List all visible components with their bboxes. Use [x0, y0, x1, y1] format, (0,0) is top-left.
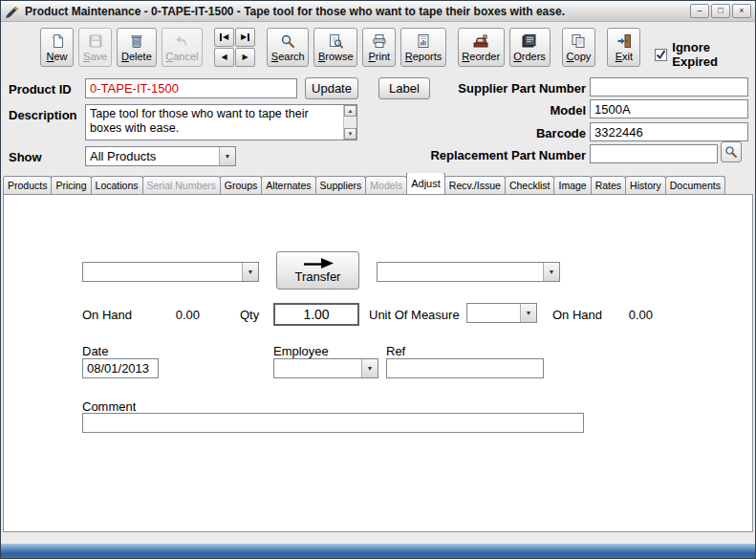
browse-icon — [328, 33, 343, 50]
tab-rates[interactable]: Rates — [591, 176, 626, 194]
date-field[interactable]: 08/01/2013 — [82, 358, 159, 378]
new-button[interactable]: New — [40, 28, 74, 67]
employee-select[interactable]: ▼ — [273, 358, 378, 378]
printer-icon — [372, 33, 387, 50]
orders-button-label: Orders — [513, 51, 546, 62]
tab-recv-issue[interactable]: Recv./Issue — [444, 176, 506, 194]
employee-value — [274, 359, 361, 377]
scroll-up-icon[interactable]: ▲ — [344, 105, 356, 117]
transfer-to-value — [378, 263, 543, 281]
reorder-button[interactable]: Reorder — [458, 28, 505, 67]
unit-of-measure-select[interactable]: ▼ — [466, 303, 537, 323]
next-record-icon: ▶ — [243, 54, 248, 61]
unit-of-measure-value — [467, 304, 520, 322]
save-button[interactable]: Save — [78, 28, 112, 67]
product-maintenance-window: Product Maintenance - 0-TAPE-IT-1500 - T… — [0, 0, 756, 559]
cash-register-icon — [472, 33, 489, 50]
print-button[interactable]: Print — [362, 28, 396, 67]
chevron-down-icon[interactable]: ▼ — [361, 359, 378, 377]
transfer-to-select[interactable]: ▼ — [377, 262, 560, 282]
qty-field[interactable]: 1.00 — [273, 303, 359, 326]
last-record-icon — [248, 33, 249, 41]
tab-alternates[interactable]: Alternates — [261, 176, 315, 194]
reports-button-label: Reports — [405, 51, 443, 62]
on-hand-right-value: 0.00 — [613, 308, 653, 322]
product-id-field[interactable]: 0-TAPE-IT-1500 — [85, 78, 297, 98]
chevron-down-icon[interactable]: ▼ — [543, 263, 559, 281]
update-button[interactable]: Update — [305, 77, 358, 99]
ref-field[interactable] — [386, 358, 544, 378]
supplier-part-number-field[interactable] — [590, 77, 748, 97]
show-filter-value: All Products — [86, 147, 219, 165]
chevron-down-icon[interactable]: ▼ — [520, 304, 536, 322]
title-bar[interactable]: Product Maintenance - 0-TAPE-IT-1500 - T… — [1, 1, 755, 22]
save-icon — [88, 33, 103, 50]
tab-history[interactable]: History — [625, 176, 666, 194]
on-hand-left-value: 0.00 — [160, 308, 200, 322]
barcode-label: Barcode — [395, 126, 586, 140]
copy-button[interactable]: Copy — [562, 28, 596, 67]
transfer-from-value — [83, 263, 242, 281]
search-icon — [280, 33, 295, 50]
replacement-part-number-field[interactable] — [590, 144, 718, 163]
unit-of-measure-label: Unit Of Measure — [369, 308, 460, 322]
minimize-button[interactable]: – — [690, 4, 709, 18]
window-controls: – □ × — [690, 4, 751, 18]
tab-suppliers[interactable]: Suppliers — [315, 176, 367, 194]
tab-serial-numbers: Serial Numbers — [142, 176, 221, 194]
description-field[interactable]: Tape tool for those who want to tape the… — [85, 104, 357, 140]
comment-label: Comment — [82, 399, 136, 414]
exit-button[interactable]: Exit — [607, 28, 640, 67]
magnifier-icon — [724, 145, 738, 159]
chevron-down-icon[interactable]: ▼ — [219, 147, 235, 165]
delete-button[interactable]: Delete — [117, 28, 156, 67]
supplier-part-number-label: Supplier Part Number — [395, 81, 586, 96]
undo-icon — [174, 33, 189, 50]
last-record-arrow: ▶ — [241, 33, 247, 41]
replacement-search-button[interactable] — [721, 141, 742, 162]
description-scrollbar[interactable]: ▲ ▼ — [343, 105, 356, 140]
transfer-from-select[interactable]: ▼ — [82, 262, 259, 282]
orders-button[interactable]: Orders — [509, 28, 551, 67]
tab-documents[interactable]: Documents — [665, 176, 725, 194]
first-record-button[interactable]: ◀ — [214, 28, 234, 47]
record-navigation: ◀ ▶ ◀ ▶ — [214, 28, 255, 67]
last-record-button[interactable]: ▶ — [235, 28, 255, 47]
ignore-expired-label: Ignore Expired — [672, 40, 751, 69]
reports-button[interactable]: Reports — [400, 28, 446, 67]
barcode-field[interactable]: 3322446 — [590, 122, 748, 141]
show-filter-select[interactable]: All Products ▼ — [85, 146, 236, 166]
tab-image[interactable]: Image — [553, 176, 591, 194]
browse-button[interactable]: Browse — [313, 28, 357, 67]
previous-record-button[interactable]: ◀ — [214, 48, 234, 67]
scroll-down-icon[interactable]: ▼ — [344, 128, 356, 140]
comment-field[interactable] — [82, 413, 584, 433]
search-button-label: Search — [271, 51, 305, 62]
reorder-button-label: Reorder — [462, 51, 500, 62]
on-hand-left-label: On Hand — [82, 308, 132, 322]
tab-checklist[interactable]: Checklist — [505, 176, 555, 194]
tab-products[interactable]: Products — [3, 176, 52, 194]
transfer-button-label: Transfer — [295, 269, 341, 284]
app-icon — [5, 4, 20, 18]
model-field[interactable]: 1500A — [590, 99, 748, 118]
close-button[interactable]: × — [732, 4, 751, 18]
next-record-button[interactable]: ▶ — [235, 48, 255, 67]
close-icon: × — [739, 6, 744, 15]
checkbox-box[interactable] — [655, 49, 667, 61]
cancel-button[interactable]: Cancel — [162, 28, 204, 67]
tab-groups[interactable]: Groups — [220, 176, 262, 194]
maximize-icon: □ — [718, 6, 723, 15]
check-icon — [656, 50, 666, 60]
tab-adjust[interactable]: Adjust — [406, 173, 445, 194]
tab-pricing[interactable]: Pricing — [51, 176, 91, 194]
tab-locations[interactable]: Locations — [91, 176, 143, 194]
chevron-down-icon[interactable]: ▼ — [242, 263, 258, 281]
window-bottom-frame — [1, 544, 755, 558]
maximize-button[interactable]: □ — [711, 4, 730, 18]
transfer-button[interactable]: Transfer — [276, 251, 359, 290]
model-label: Model — [395, 103, 586, 118]
product-id-label: Product ID — [9, 82, 72, 97]
ignore-expired-checkbox[interactable]: Ignore Expired — [655, 40, 751, 69]
search-button[interactable]: Search — [267, 28, 309, 67]
